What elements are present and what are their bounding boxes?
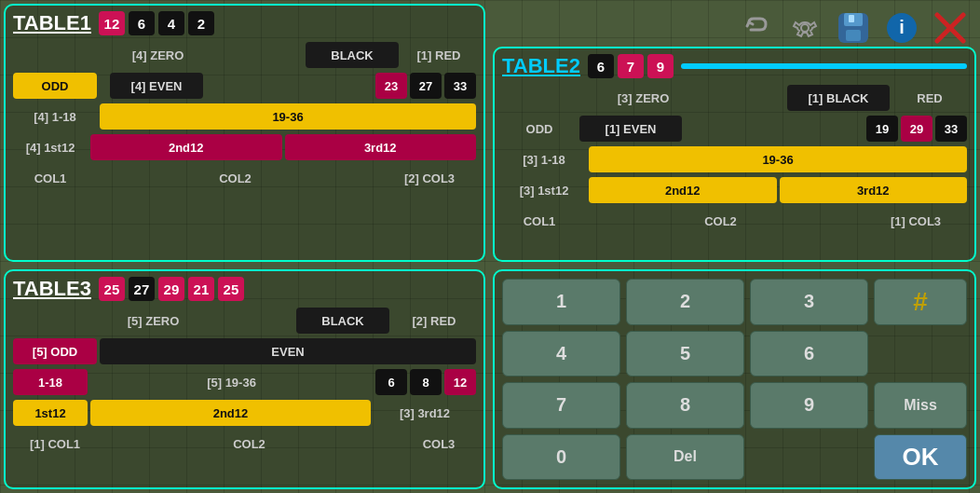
table2-n19[interactable]: 19 (866, 116, 898, 142)
table2-num2: 7 (618, 54, 644, 78)
table3-even[interactable]: EVEN (100, 338, 476, 364)
table2-spacer (685, 116, 864, 142)
table1-col1[interactable]: COL1 (13, 165, 88, 191)
table3-118[interactable]: 1-18 (13, 369, 88, 395)
table1-black[interactable]: BLACK (306, 42, 399, 68)
table1-zero[interactable]: [4] ZERO (13, 42, 303, 68)
key-8[interactable]: 8 (626, 382, 744, 429)
table2-row-dozens: [3] 1st12 2nd12 3rd12 (502, 176, 967, 204)
table1-n27[interactable]: 27 (410, 73, 442, 99)
undo-button[interactable] (736, 7, 777, 48)
table3-1st12[interactable]: 1st12 (13, 400, 88, 426)
close-button[interactable] (930, 7, 971, 48)
table2-red[interactable]: RED (892, 85, 967, 111)
toolbar: i (727, 0, 980, 56)
table1-odd[interactable]: ODD (13, 73, 97, 99)
table3-col3[interactable]: COL3 (402, 431, 476, 457)
table3-num5: 25 (218, 277, 244, 301)
info-button[interactable]: i (881, 7, 922, 48)
table3-panel: TABLE3 25 27 29 21 25 [5] ZERO BLACK [2]… (4, 269, 485, 489)
key-miss[interactable]: Miss (874, 382, 967, 429)
table3-title: TABLE3 (13, 277, 91, 301)
table3-num1: 25 (99, 277, 125, 301)
table1-row-range: [4] 1-18 19-36 (13, 103, 476, 130)
svg-point-0 (801, 24, 809, 32)
key-6[interactable]: 6 (750, 331, 868, 377)
table1-1936[interactable]: 19-36 (100, 103, 476, 130)
table2-row-zero: [3] ZERO [1] BLACK RED (502, 84, 967, 112)
table2-col3[interactable]: [1] COL3 (864, 208, 967, 234)
table1-1st12[interactable]: [4] 1st12 (13, 134, 88, 160)
table3-n8[interactable]: 8 (410, 369, 442, 395)
key-2[interactable]: 2 (626, 279, 744, 325)
table3-zero[interactable]: [5] ZERO (13, 308, 293, 334)
table1-n23[interactable]: 23 (375, 73, 407, 99)
table1-3rd12[interactable]: 3rd12 (285, 134, 477, 160)
main-content: TABLE1 12 6 4 2 [4] ZERO BLACK [1] RED O… (0, 0, 980, 493)
table3-row-cols: [1] COL1 COL2 COL3 (13, 430, 476, 458)
table3-1936[interactable]: [5] 19-36 (90, 369, 373, 395)
key-9[interactable]: 9 (750, 382, 868, 429)
table3-row-dozens: 1st12 2nd12 [3] 3rd12 (13, 399, 476, 427)
table2-zero[interactable]: [3] ZERO (502, 85, 784, 111)
table2-even[interactable]: [1] EVEN (579, 116, 682, 142)
table2-title: TABLE2 (502, 54, 580, 78)
table1-n33[interactable]: 33 (444, 73, 476, 99)
table3-n12[interactable]: 12 (444, 369, 476, 395)
key-7[interactable]: 7 (502, 382, 620, 429)
table2-col2[interactable]: COL2 (579, 208, 862, 234)
table3-odd[interactable]: [5] ODD (13, 338, 97, 364)
key-spacer (874, 331, 967, 377)
table2-odd[interactable]: ODD (502, 116, 577, 142)
table1-col2[interactable]: COL2 (90, 165, 380, 191)
table1-row-odd: ODD [4] EVEN 23 27 33 (13, 72, 476, 100)
table2-row-odd: ODD [1] EVEN 19 29 33 (502, 115, 967, 143)
svg-rect-4 (849, 15, 854, 22)
table1-row-zero: [4] ZERO BLACK [1] RED (13, 41, 476, 69)
table3-row-range: 1-18 [5] 19-36 6 8 12 (13, 368, 476, 396)
key-5[interactable]: 5 (626, 331, 744, 377)
key-4[interactable]: 4 (502, 331, 620, 377)
table2-black[interactable]: [1] BLACK (787, 85, 890, 111)
table2-1936[interactable]: 19-36 (589, 146, 967, 172)
table3-3rd12[interactable]: [3] 3rd12 (374, 400, 476, 426)
table2-header: TABLE2 6 7 9 (502, 54, 967, 78)
table2-2nd12[interactable]: 2nd12 (589, 177, 777, 203)
table1-2nd12[interactable]: 2nd12 (90, 134, 282, 160)
table1-num3: 4 (158, 11, 184, 35)
table2-1st12[interactable]: [3] 1st12 (502, 177, 586, 203)
table3-2nd12[interactable]: 2nd12 (90, 400, 371, 426)
table3-black[interactable]: BLACK (296, 308, 389, 334)
table1-even[interactable]: [4] EVEN (110, 73, 203, 99)
key-3[interactable]: 3 (750, 279, 868, 325)
table3-col1[interactable]: [1] COL1 (13, 431, 97, 457)
svg-rect-3 (846, 30, 861, 41)
key-ok[interactable]: OK (874, 434, 967, 481)
keypad-panel: 1 2 3 # 4 5 6 7 8 9 OK Miss 0 Del (493, 269, 976, 489)
table1-title: TABLE1 (13, 11, 91, 35)
table3-red[interactable]: [2] RED (392, 308, 476, 334)
table2-118[interactable]: [3] 1-18 (502, 146, 586, 172)
table3-row-odd: [5] ODD EVEN (13, 337, 476, 365)
key-del[interactable]: Del (626, 434, 744, 481)
key-hash[interactable]: # (874, 279, 967, 325)
key-1[interactable]: 1 (502, 279, 620, 325)
table3-n6[interactable]: 6 (375, 369, 407, 395)
table3-col2[interactable]: COL2 (100, 431, 399, 457)
svg-text:i: i (899, 17, 905, 37)
table1-spacer2 (206, 73, 373, 99)
table1-red[interactable]: [1] RED (402, 42, 476, 68)
table2-col1[interactable]: COL1 (502, 208, 577, 234)
table1-col3[interactable]: [2] COL3 (383, 165, 476, 191)
table1-row-cols: COL1 COL2 [2] COL3 (13, 164, 476, 192)
table1-118[interactable]: [4] 1-18 (13, 103, 97, 130)
table3-row-zero: [5] ZERO BLACK [2] RED (13, 307, 476, 335)
table2-n29[interactable]: 29 (901, 116, 932, 142)
key-0[interactable]: 0 (502, 434, 620, 481)
table2-n33[interactable]: 33 (935, 116, 967, 142)
table1-panel: TABLE1 12 6 4 2 [4] ZERO BLACK [1] RED O… (4, 4, 485, 262)
settings-button[interactable] (784, 7, 825, 48)
table2-row-cols: COL1 COL2 [1] COL3 (502, 207, 967, 235)
save-button[interactable] (833, 7, 874, 48)
table2-3rd12[interactable]: 3rd12 (780, 177, 968, 203)
